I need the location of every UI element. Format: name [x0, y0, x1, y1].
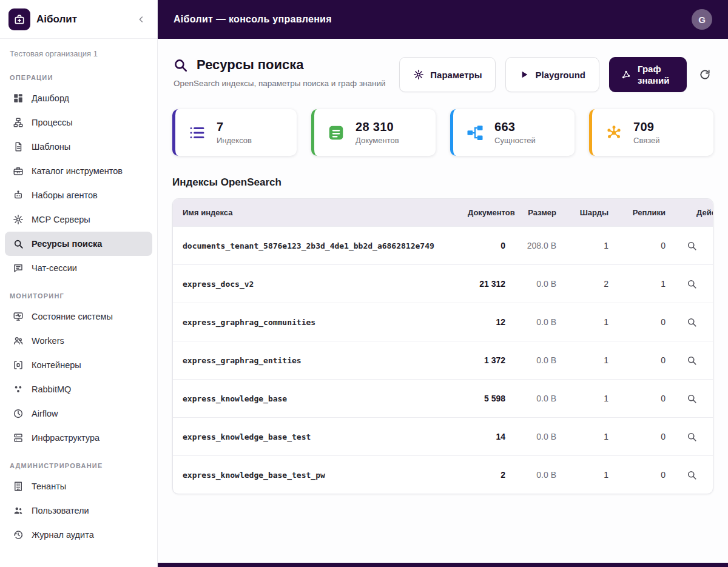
index-replicas: 0 — [618, 341, 675, 380]
sidebar-item-users[interactable]: Пользователи — [5, 498, 152, 523]
gear-icon — [413, 69, 424, 80]
index-docs: 5 598 — [458, 380, 515, 418]
page-subtitle: OpenSearch индексы, параметры поиска и г… — [174, 78, 386, 90]
section-label-monitoring: МОНИТОРИНГ — [0, 280, 157, 304]
column-header-size: Размер — [515, 199, 566, 227]
knowledge-graph-button[interactable]: Граф знаний — [609, 57, 687, 92]
playground-button[interactable]: Playground — [505, 57, 599, 92]
server-stack-icon — [12, 432, 24, 444]
document-icon — [325, 122, 347, 144]
app-logo-icon — [8, 8, 30, 30]
row-search-button[interactable] — [684, 467, 699, 483]
stat-card-documents: 28 310 Документов — [311, 109, 436, 156]
column-header-docs: Документов — [458, 199, 515, 227]
row-search-button[interactable] — [684, 314, 699, 330]
sidebar-nav: ОПЕРАЦИИ Дашборд Процессы Шаблоны Катало… — [0, 62, 157, 547]
row-search-button[interactable] — [684, 352, 699, 368]
history-icon — [12, 529, 24, 541]
column-header-name: Имя индекса — [173, 199, 458, 227]
graph-icon — [621, 69, 632, 80]
workers-icon — [12, 335, 24, 347]
stat-card-indices: 7 Индексов — [172, 109, 297, 156]
sidebar-item-label: Инфраструктура — [32, 433, 99, 443]
index-size: 0.0 B — [515, 341, 566, 380]
search-icon — [686, 431, 697, 442]
sidebar-item-mcp-servers[interactable]: MCP Серверы — [5, 207, 152, 232]
gear-icon — [12, 213, 24, 226]
sidebar-item-airflow[interactable]: Airflow — [5, 401, 152, 426]
table-row: documents_tenant_5876e123_2b3d_4de1_bb2d… — [173, 227, 713, 265]
sidebar-item-label: Чат-сессии — [32, 263, 77, 273]
params-button[interactable]: Параметры — [399, 57, 496, 92]
topbar: Аіболит — консоль управления G — [158, 0, 728, 39]
list-icon — [186, 122, 208, 144]
row-search-button[interactable] — [684, 276, 699, 292]
sidebar: Аіболит Тестовая организация 1 ОПЕРАЦИИ … — [0, 0, 158, 567]
search-icon — [686, 278, 697, 289]
tree-icon — [464, 122, 486, 144]
row-search-button[interactable] — [684, 391, 699, 406]
index-replicas: 0 — [618, 456, 675, 494]
main-content: Ресурсы поиска OpenSearch индексы, парам… — [158, 39, 728, 563]
sidebar-collapse-button[interactable] — [134, 12, 149, 27]
index-name: express_graphrag_entities — [173, 341, 458, 380]
sidebar-item-label: Тенанты — [32, 481, 66, 491]
index-size: 208.0 B — [515, 227, 566, 265]
row-search-button[interactable] — [684, 429, 699, 445]
org-name: Тестовая организация 1 — [0, 39, 157, 62]
dashboard-icon — [12, 92, 24, 104]
stat-card-entities: 663 Сущностей — [450, 109, 575, 156]
stat-card-relations: 709 Связей — [589, 109, 713, 156]
sidebar-item-tenants[interactable]: Тенанты — [5, 474, 152, 498]
index-shards: 1 — [566, 380, 618, 418]
row-search-button[interactable] — [684, 238, 699, 253]
avatar[interactable]: G — [692, 9, 712, 30]
page-actions: Параметры Playground Граф знаний — [399, 57, 713, 92]
table-row: express_docs_v2 21 312 0.0 B 2 1 — [173, 265, 713, 303]
stat-value: 28 310 — [356, 120, 399, 134]
sidebar-item-templates[interactable]: Шаблоны — [5, 135, 152, 159]
index-name: express_graphrag_communities — [173, 303, 458, 341]
refresh-button[interactable] — [696, 66, 713, 83]
app-title: Аіболит — [36, 13, 128, 25]
index-shards: 2 — [566, 265, 618, 303]
sidebar-item-label: Журнал аудита — [32, 530, 94, 540]
chat-bubble-icon — [12, 262, 24, 274]
search-icon — [686, 355, 697, 366]
sidebar-item-label: Пользователи — [32, 506, 89, 515]
index-size: 0.0 B — [515, 456, 566, 494]
sidebar-item-system-status[interactable]: Состояние системы — [5, 304, 152, 329]
sidebar-item-containers[interactable]: Контейнеры — [5, 353, 152, 377]
sidebar-item-workers[interactable]: Workers — [5, 329, 152, 353]
sidebar-item-label: Наборы агентов — [32, 190, 98, 200]
sidebar-item-audit-log[interactable]: Журнал аудита — [5, 523, 152, 547]
stat-value: 663 — [494, 120, 536, 134]
sidebar-item-label: Контейнеры — [32, 360, 81, 370]
sidebar-header: Аіболит — [0, 0, 157, 39]
sidebar-item-chat-sessions[interactable]: Чат-сессии — [5, 256, 152, 280]
index-size: 0.0 B — [515, 265, 566, 303]
index-name: express_knowledge_base — [173, 380, 458, 418]
sidebar-item-agent-sets[interactable]: Наборы агентов — [5, 183, 152, 207]
sidebar-item-infrastructure[interactable]: Инфраструктура — [5, 426, 152, 450]
sidebar-item-rabbitmq[interactable]: RabbitMQ — [5, 377, 152, 401]
sidebar-item-tools-catalog[interactable]: Каталог инструментов — [5, 159, 152, 183]
index-size: 0.0 B — [515, 418, 566, 456]
index-docs: 12 — [458, 303, 515, 341]
stat-value: 7 — [217, 120, 252, 134]
index-name: express_docs_v2 — [173, 265, 458, 303]
chevron-left-icon — [136, 15, 146, 24]
sidebar-item-processes[interactable]: Процессы — [5, 110, 152, 135]
index-replicas: 0 — [618, 227, 675, 265]
footer-bar — [158, 563, 728, 567]
sidebar-item-label: Шаблоны — [32, 142, 70, 152]
stat-value: 709 — [633, 120, 660, 134]
index-replicas: 0 — [618, 303, 675, 341]
sidebar-item-dashboard[interactable]: Дашборд — [5, 86, 152, 110]
play-icon — [519, 70, 529, 79]
page-header-left: Ресурсы поиска OpenSearch индексы, парам… — [172, 57, 386, 90]
sidebar-item-search-resources[interactable]: Ресурсы поиска — [5, 232, 152, 256]
index-shards: 1 — [566, 227, 618, 265]
search-icon — [686, 393, 697, 404]
index-replicas: 1 — [618, 265, 675, 303]
